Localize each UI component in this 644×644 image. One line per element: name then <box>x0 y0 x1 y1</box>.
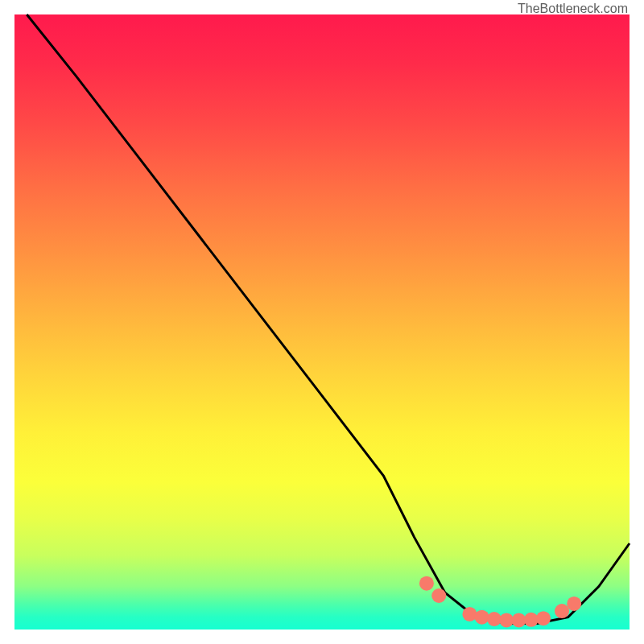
chart-overlay <box>0 0 644 644</box>
marker-point <box>536 611 551 625</box>
chart: TheBottleneck.com <box>0 0 644 644</box>
marker-point <box>512 613 526 628</box>
bottleneck-curve <box>27 14 630 623</box>
marker-point <box>419 576 434 591</box>
marker-point <box>487 612 502 626</box>
marker-point <box>524 613 539 627</box>
marker-point <box>567 597 581 611</box>
marker-point <box>555 604 569 618</box>
marker-point <box>475 610 489 625</box>
marker-point <box>462 607 477 621</box>
marker-point <box>431 588 446 603</box>
